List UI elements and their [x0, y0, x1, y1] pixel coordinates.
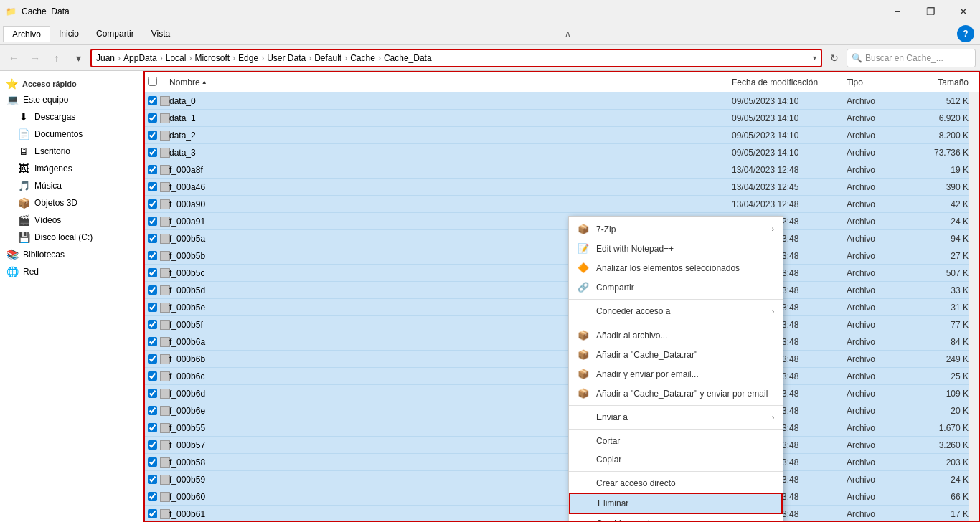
- row-checkbox-15[interactable]: [148, 354, 157, 364]
- ctx-item-add-cache-rar[interactable]: 📦Añadir a "Cache_Data.rar": [569, 345, 783, 364]
- row-checkbox-6[interactable]: [148, 199, 157, 209]
- ctx-item-delete[interactable]: Eliminar: [569, 493, 783, 514]
- row-checkbox-17[interactable]: [148, 389, 157, 398]
- row-checkbox-24[interactable]: [148, 509, 157, 518]
- row-checkbox-5[interactable]: [148, 182, 157, 191]
- ctx-item-share[interactable]: 🔗Compartir: [569, 277, 783, 297]
- table-row[interactable]: f_000b6a 14/04/2023 13:48 Archivo 84 K: [145, 333, 979, 351]
- row-check-16[interactable]: [148, 371, 169, 381]
- row-check-23[interactable]: [148, 492, 169, 502]
- row-checkbox-2[interactable]: [148, 130, 157, 140]
- tab-archivo[interactable]: Archivo: [3, 26, 50, 42]
- table-row[interactable]: f_000b59 14/04/2023 13:48 Archivo 24 K: [145, 471, 979, 488]
- column-date-header[interactable]: Fecha de modificación: [732, 77, 847, 87]
- row-checkbox-7[interactable]: [148, 217, 157, 226]
- table-row[interactable]: f_000b5e 14/04/2023 13:48 Archivo 31 K: [145, 299, 979, 316]
- ctx-item-edit-notepad[interactable]: 📝Edit with Notepad++: [569, 239, 783, 258]
- row-check-6[interactable]: [148, 199, 169, 209]
- row-check-14[interactable]: [148, 337, 169, 347]
- row-checkbox-19[interactable]: [148, 423, 157, 432]
- row-checkbox-13[interactable]: [148, 320, 157, 329]
- forward-button[interactable]: →: [26, 49, 44, 67]
- help-button[interactable]: ?: [957, 25, 974, 42]
- table-row[interactable]: f_000a8f 13/04/2023 12:48 Archivo 19 K: [145, 161, 979, 179]
- row-check-12[interactable]: [148, 303, 169, 313]
- table-row[interactable]: f_000b57 14/04/2023 13:48 Archivo 3.260 …: [145, 437, 979, 454]
- column-type-header[interactable]: Tipo: [847, 77, 918, 87]
- address-bar[interactable]: Juan › AppData › Local › Microsoft › Edg…: [90, 49, 822, 67]
- table-row[interactable]: f_000a46 13/04/2023 12:45 Archivo 390 K: [145, 179, 979, 196]
- row-checkbox-3[interactable]: [148, 148, 157, 157]
- table-row[interactable]: f_000b5c 14/04/2023 13:48 Archivo 507 K: [145, 265, 979, 282]
- row-check-8[interactable]: [148, 234, 169, 244]
- row-check-15[interactable]: [148, 354, 169, 364]
- table-row[interactable]: f_000b5a 14/04/2023 13:48 Archivo 94 K: [145, 230, 979, 247]
- row-check-17[interactable]: [148, 389, 169, 399]
- column-name-header[interactable]: Nombre ▲: [169, 77, 732, 87]
- row-checkbox-23[interactable]: [148, 492, 157, 501]
- table-row[interactable]: f_000a90 13/04/2023 12:48 Archivo 42 K: [145, 196, 979, 213]
- row-check-4[interactable]: [148, 165, 169, 175]
- sidebar-item-images[interactable]: 🖼 Imágenes: [0, 160, 143, 177]
- row-check-2[interactable]: [148, 130, 169, 141]
- row-check-21[interactable]: [148, 457, 169, 468]
- ctx-item-add-archive[interactable]: 📦Añadir al archivo...: [569, 326, 783, 345]
- ctx-item-add-send-email[interactable]: 📦Añadir y enviar por email...: [569, 364, 783, 384]
- row-checkbox-21[interactable]: [148, 457, 157, 467]
- ctx-item-copy[interactable]: Copiar: [569, 450, 783, 469]
- back-button[interactable]: ←: [4, 49, 23, 67]
- sidebar-item-this-pc[interactable]: 💻 Este equipo: [0, 91, 143, 108]
- row-check-11[interactable]: [148, 285, 169, 295]
- search-box[interactable]: 🔍 Buscar en Cache_...: [847, 49, 976, 67]
- table-row[interactable]: f_000b6d 14/04/2023 13:48 Archivo 109 K: [145, 385, 979, 402]
- table-row[interactable]: data_1 09/05/2023 14:10 Archivo 6.920 K: [145, 110, 979, 127]
- ctx-item-add-cache-send[interactable]: 📦Añadir a "Cache_Data.rar" y enviar por …: [569, 384, 783, 403]
- ctx-item-analyze[interactable]: 🔶Analizar los elementos seleccionados: [569, 258, 783, 277]
- sidebar-item-desktop[interactable]: 🖥 Escritorio: [0, 143, 143, 160]
- table-row[interactable]: f_000b6e 14/04/2023 13:48 Archivo 20 K: [145, 402, 979, 419]
- up-button[interactable]: ↑: [47, 49, 66, 67]
- row-check-7[interactable]: [148, 217, 169, 227]
- ctx-item-create-shortcut[interactable]: Crear acceso directo: [569, 474, 783, 493]
- row-checkbox-8[interactable]: [148, 234, 157, 243]
- address-expand-button[interactable]: ▾: [813, 54, 816, 62]
- row-checkbox-1[interactable]: [148, 113, 157, 123]
- table-row[interactable]: f_000b6c 14/04/2023 13:48 Archivo 25 K: [145, 368, 979, 385]
- ctx-item-cut[interactable]: Cortar: [569, 432, 783, 450]
- table-row[interactable]: data_0 09/05/2023 14:10 Archivo 512 K: [145, 92, 979, 110]
- table-row[interactable]: f_000b55 14/04/2023 13:48 Archivo 1.670 …: [145, 419, 979, 437]
- table-row[interactable]: f_000b5d 14/04/2023 13:48 Archivo 33 K: [145, 282, 979, 299]
- row-check-20[interactable]: [148, 440, 169, 450]
- row-checkbox-10[interactable]: [148, 268, 157, 277]
- row-check-5[interactable]: [148, 182, 169, 192]
- refresh-button[interactable]: ↻: [825, 49, 844, 67]
- recent-button[interactable]: ▾: [69, 49, 88, 67]
- row-check-10[interactable]: [148, 268, 169, 278]
- row-checkbox-18[interactable]: [148, 406, 157, 415]
- row-checkbox-4[interactable]: [148, 165, 157, 174]
- table-row[interactable]: f_000b58 14/04/2023 13:48 Archivo 203 K: [145, 454, 979, 471]
- table-row[interactable]: data_2 09/05/2023 14:10 Archivo 8.200 K: [145, 127, 979, 144]
- select-all-check[interactable]: [148, 77, 169, 88]
- row-checkbox-0[interactable]: [148, 96, 157, 105]
- row-check-3[interactable]: [148, 148, 169, 158]
- select-all-checkbox[interactable]: [148, 77, 157, 86]
- tab-vista[interactable]: Vista: [143, 26, 179, 42]
- ctx-item-send-to[interactable]: Enviar a›: [569, 408, 783, 427]
- row-check-22[interactable]: [148, 475, 169, 485]
- row-checkbox-9[interactable]: [148, 251, 157, 260]
- table-row[interactable]: f_000b5f 14/04/2023 13:48 Archivo 77 K: [145, 316, 979, 333]
- column-size-header[interactable]: Tamaño: [918, 77, 976, 87]
- tab-inicio[interactable]: Inicio: [50, 26, 88, 42]
- sidebar-item-music[interactable]: 🎵 Música: [0, 177, 143, 194]
- row-checkbox-14[interactable]: [148, 337, 157, 346]
- ctx-item-rename[interactable]: Cambiar nombre: [569, 514, 783, 522]
- row-check-1[interactable]: [148, 113, 169, 123]
- tab-compartir[interactable]: Compartir: [88, 26, 143, 42]
- row-check-13[interactable]: [148, 320, 169, 330]
- sidebar-item-videos[interactable]: 🎬 Vídeos: [0, 212, 143, 229]
- row-checkbox-20[interactable]: [148, 440, 157, 450]
- sidebar-item-3d-objects[interactable]: 📦 Objetos 3D: [0, 194, 143, 212]
- minimize-button[interactable]: −: [881, 0, 914, 23]
- table-row[interactable]: f_000b61 14/04/2023 13:48 Archivo 17 K: [145, 506, 979, 522]
